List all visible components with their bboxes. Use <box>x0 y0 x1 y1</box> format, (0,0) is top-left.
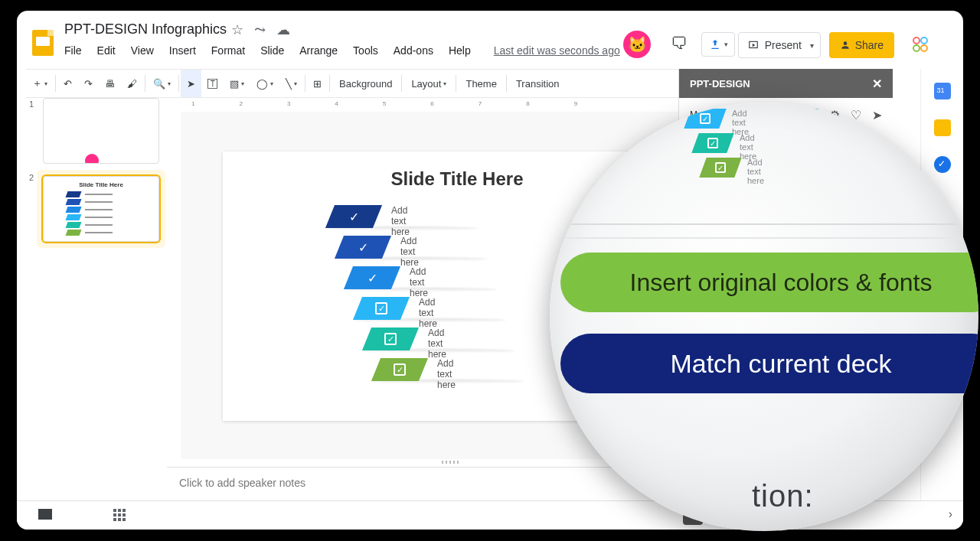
transition-button[interactable]: Transition <box>508 70 567 97</box>
keep-icon[interactable] <box>934 119 951 136</box>
layout-button[interactable]: Layout <box>403 70 454 97</box>
horizontal-ruler: 123456789 <box>181 98 733 112</box>
heart-icon[interactable]: ♡ <box>851 108 861 122</box>
slides-logo-icon[interactable] <box>28 28 58 58</box>
share-button[interactable]: Share <box>829 32 894 58</box>
line-tool[interactable]: ╲ <box>279 70 303 97</box>
menu-insert[interactable]: Insert <box>169 44 196 57</box>
star-icon[interactable]: ☆ <box>231 21 243 38</box>
sidepanel-title: PPT-DESIGN <box>690 78 750 90</box>
header: PPT-DESIGN Infographics ☆ ⤳ ☁ File Edit … <box>17 11 963 69</box>
list-item[interactable]: ✓Add texthere <box>367 328 376 358</box>
calendar-icon[interactable] <box>934 83 951 99</box>
comments-icon[interactable]: 🗨 <box>671 34 688 54</box>
image-tool[interactable]: ▧ <box>224 70 250 97</box>
vertical-ruler <box>167 112 181 459</box>
shape-tool[interactable]: ◯ <box>250 70 279 97</box>
redo-button[interactable]: ↷ <box>78 70 99 97</box>
user-avatar[interactable]: 🐱 <box>623 31 651 58</box>
slide-list: ✓Add texthere ✓Add texthere ✓Add texther… <box>330 205 376 389</box>
thumb-number-1: 1 <box>29 99 34 109</box>
comment-tool[interactable]: ⊞ <box>307 70 328 97</box>
select-tool[interactable]: ➤ <box>181 70 201 97</box>
background-button[interactable]: Background <box>332 70 400 97</box>
menu-help[interactable]: Help <box>449 44 471 57</box>
new-slide-button[interactable]: ＋ <box>26 70 54 97</box>
magnified-preview: ✓Add texthere ✓Add texthere ✓Add texther… <box>688 109 703 182</box>
textbox-tool[interactable]: 🅃 <box>201 70 224 97</box>
zoom-button[interactable]: 🔍 <box>147 70 177 97</box>
menu-addons[interactable]: Add-ons <box>394 44 433 57</box>
menu-arrange[interactable]: Arrange <box>299 44 338 57</box>
list-item[interactable]: ✓Add texthere <box>348 266 376 297</box>
upload-button[interactable] <box>701 32 735 57</box>
thumbnail-panel: 1 2 Slide Title Here <box>26 98 167 484</box>
menu-file[interactable]: File <box>64 44 82 57</box>
list-item[interactable]: ✓Add texthere <box>358 297 376 328</box>
menu-edit[interactable]: Edit <box>97 44 116 57</box>
expand-rail-icon[interactable]: › <box>949 507 952 521</box>
divider <box>550 237 978 239</box>
menu-format[interactable]: Format <box>211 44 245 57</box>
send-icon[interactable]: ➤ <box>872 108 882 122</box>
menu-view[interactable]: View <box>131 44 154 57</box>
thumb-number-2: 2 <box>29 173 34 182</box>
list-item[interactable]: ✓Add texthere <box>330 205 376 236</box>
divider <box>550 223 978 225</box>
menu-bar: File Edit View Insert Format Slide Arran… <box>64 44 620 57</box>
undo-button[interactable]: ↶ <box>57 70 78 97</box>
thumbnail-1[interactable] <box>43 98 159 164</box>
text-fragment: tion: <box>752 479 814 513</box>
share-label: Share <box>855 39 884 51</box>
insert-original-button[interactable]: Insert original colors & fonts <box>560 253 978 312</box>
thumb-title: Slide Title Here <box>44 181 158 188</box>
move-icon[interactable]: ⤳ <box>254 21 266 38</box>
present-button[interactable]: Present <box>738 32 821 58</box>
match-deck-button[interactable]: Match current deck <box>560 334 978 393</box>
grid-view-icon[interactable] <box>113 509 126 521</box>
present-label: Present <box>765 39 802 51</box>
paint-format-button[interactable]: 🖌 <box>121 70 143 97</box>
title-icons: ☆ ⤳ ☁ <box>231 21 290 38</box>
menu-tools[interactable]: Tools <box>353 44 378 57</box>
addon-logo-icon[interactable] <box>911 35 931 55</box>
list-item[interactable]: ✓Add texthere <box>339 236 376 266</box>
print-button[interactable]: 🖶 <box>99 70 121 97</box>
tasks-icon[interactable] <box>934 156 951 173</box>
cloud-icon[interactable]: ☁ <box>276 21 290 38</box>
doc-title[interactable]: PPT-DESIGN Infographics <box>64 21 227 37</box>
thumbnail-2[interactable]: Slide Title Here <box>43 176 159 242</box>
sidepanel-header: PPT-DESIGN ✕ <box>679 69 893 98</box>
last-edit-link[interactable]: Last edit was seconds ago <box>494 44 620 57</box>
filmstrip-view-icon[interactable] <box>38 509 52 520</box>
menu-slide[interactable]: Slide <box>260 44 284 57</box>
close-icon[interactable]: ✕ <box>872 77 882 91</box>
magnifier-overlay: ✓Add texthere ✓Add texthere ✓Add texther… <box>550 103 978 531</box>
theme-button[interactable]: Theme <box>458 70 504 97</box>
